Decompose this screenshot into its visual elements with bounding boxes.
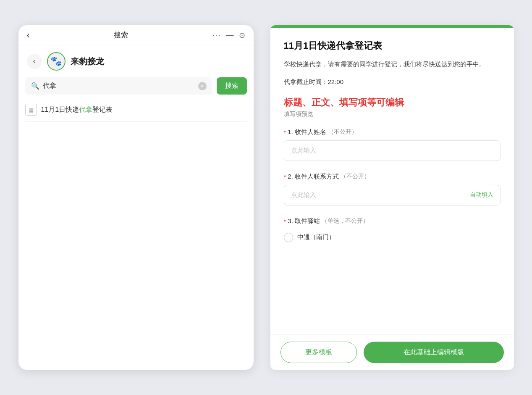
field-input-2[interactable]: 点此输入 自动填入: [284, 185, 501, 205]
result-highlight: 代拿: [79, 106, 92, 113]
field-label-1: * 1. 收件人姓名 （不公开）: [284, 128, 501, 136]
form-panel: 11月1日快递代拿登记表 学校快递代拿，请有需要的同学进行登记，我们将尽快送达到…: [270, 25, 514, 370]
radio-option-1[interactable]: 中通（南门）: [284, 229, 501, 245]
search-input-wrapper[interactable]: 🔍 代拿 ×: [25, 77, 212, 95]
field-label-3: * 3. 取件驿站 （单选，不公开）: [284, 217, 501, 225]
form-deadline: 代拿截止时间：22:00: [284, 78, 501, 86]
field-note-3: （单选，不公开）: [322, 217, 369, 225]
search-input[interactable]: 代拿: [43, 82, 195, 90]
document-icon: ▦: [25, 104, 37, 116]
status-bar-title: 搜索: [114, 30, 128, 40]
field-input-1[interactable]: 点此输入: [284, 140, 501, 161]
record-icon[interactable]: ⊙: [239, 31, 245, 40]
dots-icon[interactable]: ···: [212, 31, 221, 40]
status-bar: ‹ 搜索 ··· — ⊙: [18, 25, 254, 45]
field-label-text-2: 2. 收件人联系方式: [288, 173, 339, 181]
editable-hint: 标题、正文、填写项等可编辑: [284, 96, 501, 109]
result-prefix: 11月1日快递: [41, 106, 79, 113]
field-label-2: * 2. 收件人联系方式 （不公开）: [284, 173, 501, 181]
auto-fill-button[interactable]: 自动填入: [470, 191, 493, 199]
form-field-1: * 1. 收件人姓名 （不公开） 点此输入: [284, 128, 501, 161]
result-suffix: 登记表: [92, 106, 113, 113]
back-nav-icon[interactable]: ‹: [27, 30, 30, 41]
edit-template-button[interactable]: 在此基础上编辑模版: [364, 342, 503, 363]
avatar: 🐾: [47, 52, 66, 71]
more-templates-button[interactable]: 更多模板: [280, 342, 357, 363]
search-clear-button[interactable]: ×: [198, 82, 207, 90]
field-placeholder-1: 点此输入: [291, 147, 316, 155]
form-content: 11月1日快递代拿登记表 学校快递代拿，请有需要的同学进行登记，我们将尽快送达到…: [270, 28, 514, 334]
form-actions: 更多模板 在此基础上编辑模版: [270, 334, 514, 370]
form-field-3: * 3. 取件驿站 （单选，不公开） 中通（南门）: [284, 217, 501, 245]
wechat-header: ‹ 🐾 来豹接龙: [18, 45, 254, 77]
deadline-value: 22:00: [328, 78, 344, 85]
field-placeholder-2: 点此输入: [291, 191, 316, 199]
status-bar-controls: ··· — ⊙: [212, 31, 245, 40]
deadline-label: 代拿截止时间：: [284, 78, 328, 85]
chat-name: 来豹接龙: [71, 56, 104, 67]
chat-back-button[interactable]: ‹: [27, 54, 42, 69]
search-results: ▦ 11月1日快递代拿登记表: [18, 98, 254, 122]
result-text: 11月1日快递代拿登记表: [41, 105, 113, 114]
radio-circle-1[interactable]: [284, 233, 293, 242]
avatar-image: 🐾: [47, 52, 66, 71]
phone-frame: ‹ 搜索 ··· — ⊙ ‹ 🐾 来豹接龙 🔍 代拿 × 搜索 ▦ 11月1日快…: [18, 25, 254, 370]
list-item[interactable]: ▦ 11月1日快递代拿登记表: [25, 98, 247, 122]
required-star-2: *: [284, 173, 286, 180]
required-star-3: *: [284, 218, 286, 225]
search-bar: 🔍 代拿 × 搜索: [18, 77, 254, 95]
field-note-1: （不公开）: [328, 128, 357, 136]
minimize-icon[interactable]: —: [226, 31, 234, 40]
form-title: 11月1日快递代拿登记表: [284, 40, 501, 52]
field-label-text-1: 1. 收件人姓名: [288, 128, 326, 136]
field-label-text-3: 3. 取件驿站: [288, 217, 320, 225]
form-field-2: * 2. 收件人联系方式 （不公开） 点此输入 自动填入: [284, 173, 501, 205]
form-description: 学校快递代拿，请有需要的同学进行登记，我们将尽快送达到您的手中。: [284, 59, 501, 70]
required-star-1: *: [284, 129, 286, 136]
search-button[interactable]: 搜索: [217, 77, 247, 95]
radio-label-1: 中通（南门）: [297, 233, 335, 241]
field-note-2: （不公开）: [341, 173, 370, 180]
search-icon: 🔍: [31, 82, 39, 90]
preview-label: 填写项预览: [284, 111, 501, 118]
